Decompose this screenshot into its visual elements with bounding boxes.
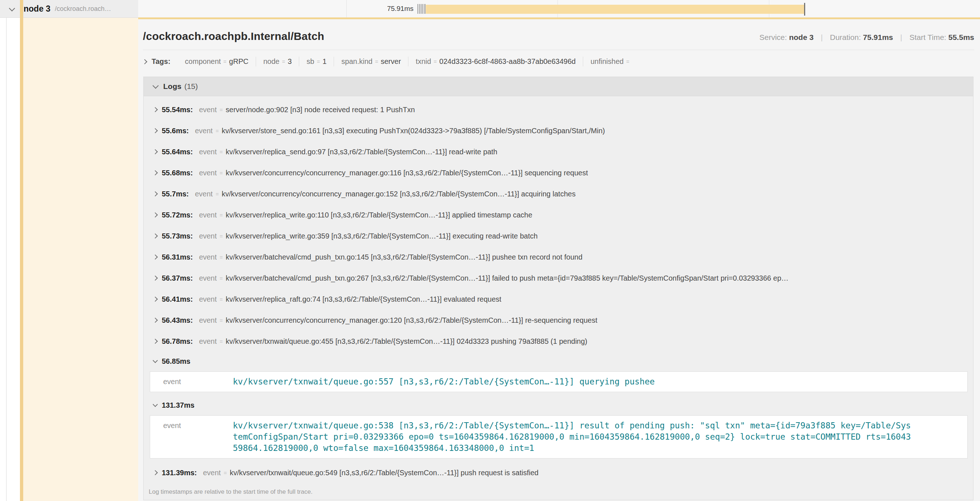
log-message: kv/kvserver/concurrency/concurrency_mana… xyxy=(226,316,597,325)
log-row[interactable]: 56.37ms: event = kv/kvserver/batcheval/c… xyxy=(144,268,973,289)
tag-item: unfinished = xyxy=(583,57,639,67)
tag-item: component = gRPC xyxy=(178,57,256,67)
log-equals-sign: = xyxy=(220,338,223,345)
log-row[interactable]: 56.31ms: event = kv/kvserver/batcheval/c… xyxy=(144,247,973,268)
log-equals-sign: = xyxy=(220,212,223,218)
log-field-name: event xyxy=(199,337,217,346)
log-row[interactable]: 55.73ms: event = kv/kvserver/replica_wri… xyxy=(144,225,973,247)
log-expand-icon[interactable] xyxy=(153,470,158,475)
log-timestamp: 56.85ms xyxy=(162,357,191,365)
log-row[interactable]: 56.43ms: event = kv/kvserver/concurrency… xyxy=(144,310,973,331)
log-expand-icon[interactable] xyxy=(153,233,158,239)
log-marker-tick xyxy=(420,4,420,14)
log-expand-icon[interactable] xyxy=(153,339,158,344)
log-keyvalue-table: event kv/kvserver/txnwait/queue.go:538 [… xyxy=(150,415,968,458)
log-expand-icon[interactable] xyxy=(153,254,158,260)
log-collapse-icon[interactable] xyxy=(153,402,158,407)
span-operation-name[interactable]: /cockroach.roach… xyxy=(55,5,111,13)
log-row[interactable]: 55.6ms: event = kv/kvserver/store_send.g… xyxy=(144,120,973,141)
log-expand-icon[interactable] xyxy=(153,297,158,302)
log-expand-icon[interactable] xyxy=(153,107,158,112)
log-message: kv/kvserver/txnwait/queue.go:549 [n3,s3,… xyxy=(229,469,538,477)
log-equals-sign: = xyxy=(215,191,219,197)
log-entries: 55.54ms: event = server/node.go:902 [n3]… xyxy=(144,96,973,483)
log-keyvalue-table: event kv/kvserver/txnwait/queue.go:557 [… xyxy=(150,372,968,392)
log-equals-sign: = xyxy=(215,128,219,134)
log-equals-sign: = xyxy=(220,233,223,239)
tags-expand-icon[interactable] xyxy=(142,59,147,64)
log-field-name: event xyxy=(199,316,217,325)
logs-header[interactable]: Logs (15) xyxy=(144,77,973,96)
log-marker-tick xyxy=(424,4,424,14)
log-message: kv/kvserver/batcheval/cmd_push_txn.go:26… xyxy=(226,274,789,282)
span-overview: Service: node 3 | Duration: 75.91ms | St… xyxy=(754,33,974,42)
log-timestamp: 55.7ms: xyxy=(162,190,189,198)
log-field-name: event xyxy=(199,169,217,177)
overview-item: Duration: 75.91ms xyxy=(830,33,893,41)
timeline-gridline xyxy=(346,0,347,18)
log-equals-sign: = xyxy=(220,317,223,324)
log-message: kv/kvserver/txnwait/queue.go:455 [n3,s3,… xyxy=(226,337,587,346)
log-marker-tick xyxy=(425,4,425,14)
log-message: kv/kvserver/concurrency/concurrency_mana… xyxy=(222,190,576,198)
span-detail-header: /cockroach.roachpb.Internal/Batch Servic… xyxy=(138,19,980,50)
log-row[interactable]: 55.68ms: event = kv/kvserver/concurrency… xyxy=(144,162,973,183)
log-timestamp: 131.39ms: xyxy=(162,469,197,477)
log-row[interactable]: 55.64ms: event = kv/kvserver/replica_sen… xyxy=(144,141,973,162)
log-timestamp: 56.37ms: xyxy=(162,274,193,282)
selected-span-name-column xyxy=(23,18,138,501)
log-field-name: event xyxy=(199,211,217,219)
tags-row[interactable]: Tags: component = gRPC node = 3 sb = 1 s… xyxy=(138,50,980,72)
tag-item: span.kind = server xyxy=(334,57,408,67)
overview-item: Start Time: 55.5ms xyxy=(909,33,974,41)
tag-item: sb = 1 xyxy=(299,57,334,67)
log-expand-icon[interactable] xyxy=(153,170,158,176)
log-field-name: event xyxy=(150,376,233,388)
log-row-expanded[interactable]: 131.37ms xyxy=(144,396,973,415)
log-message: kv/kvserver/store_send.go:161 [n3,s3] ex… xyxy=(222,127,605,135)
collapse-children-icon[interactable] xyxy=(10,5,14,12)
log-group: 131.37ms event kv/kvserver/txnwait/queue… xyxy=(144,396,973,458)
span-duration-bar[interactable] xyxy=(426,5,805,14)
log-expand-icon[interactable] xyxy=(153,212,158,217)
log-equals-sign: = xyxy=(224,470,227,476)
log-field-name: event xyxy=(199,106,217,114)
log-expand-icon[interactable] xyxy=(153,276,158,281)
span-duration-label: 75.91ms xyxy=(356,0,414,18)
span-detail-panel: /cockroach.roachpb.Internal/Batch Servic… xyxy=(138,18,980,501)
log-expand-icon[interactable] xyxy=(153,149,158,154)
log-field-name: event xyxy=(199,148,217,156)
log-expand-icon[interactable] xyxy=(153,128,158,133)
log-equals-sign: = xyxy=(220,296,223,302)
log-row[interactable]: 56.41ms: event = kv/kvserver/replica_raf… xyxy=(144,289,973,310)
log-timestamp: 56.41ms: xyxy=(162,295,193,303)
log-message: kv/kvserver/replica_send.go:97 [n3,s3,r6… xyxy=(226,148,497,156)
log-expand-icon[interactable] xyxy=(153,191,158,196)
span-service-name[interactable]: node 3 xyxy=(24,4,51,14)
log-equals-sign: = xyxy=(220,170,223,176)
log-field-name: event xyxy=(195,190,213,198)
log-marker-tick xyxy=(419,4,419,14)
log-field-name: event xyxy=(199,253,217,262)
log-row[interactable]: 55.54ms: event = server/node.go:902 [n3]… xyxy=(144,99,973,120)
log-marker-tick xyxy=(422,4,422,14)
log-row[interactable]: 131.39ms: event = kv/kvserver/txnwait/qu… xyxy=(144,462,973,483)
logs-title: Logs xyxy=(163,82,181,91)
log-expand-icon[interactable] xyxy=(153,318,158,323)
log-field-name: event xyxy=(203,469,221,477)
log-message: kv/kvserver/batcheval/cmd_push_txn.go:14… xyxy=(226,253,582,262)
log-timestamp: 56.78ms: xyxy=(162,337,193,346)
logs-section: Logs (15) 55.54ms: event = server/node.g… xyxy=(143,77,974,500)
log-row[interactable]: 55.7ms: event = kv/kvserver/concurrency/… xyxy=(144,183,973,204)
log-row-expanded[interactable]: 56.85ms xyxy=(144,352,973,371)
log-marker-tick xyxy=(423,4,423,14)
log-row[interactable]: 56.78ms: event = kv/kvserver/txnwait/que… xyxy=(144,331,973,352)
log-message: server/node.go:902 [n3] node received re… xyxy=(226,106,415,114)
log-collapse-icon[interactable] xyxy=(153,358,158,363)
logs-footer-note: Log timestamps are relative to the start… xyxy=(144,483,973,500)
log-row[interactable]: 55.72ms: event = kv/kvserver/replica_wri… xyxy=(144,204,973,225)
log-equals-sign: = xyxy=(220,107,223,113)
trace-detail-view: node 3 /cockroach.roach… 75.91ms /cockro… xyxy=(0,0,980,501)
span-timeline-row[interactable]: 75.91ms xyxy=(138,0,980,18)
logs-collapse-icon[interactable] xyxy=(153,83,159,89)
